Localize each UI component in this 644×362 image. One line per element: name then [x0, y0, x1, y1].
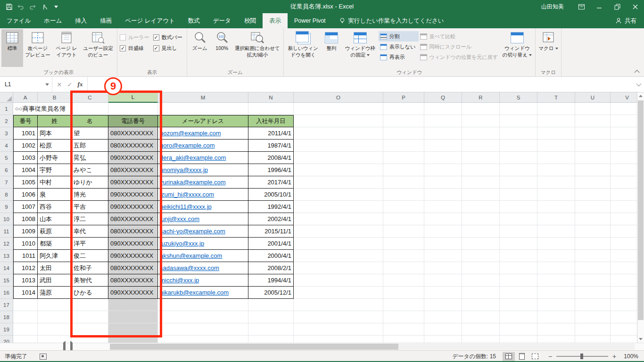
share-button[interactable]: 共有	[615, 13, 644, 28]
normal-view-shortcut[interactable]	[503, 352, 515, 361]
cell-U20[interactable]	[575, 336, 611, 343]
cell-C6[interactable]: みやこ	[72, 164, 108, 176]
column-header-A[interactable]: A	[13, 92, 38, 103]
cell-R9[interactable]	[462, 201, 500, 213]
email-link[interactable]: unomiya@xxxx.jp	[160, 166, 208, 173]
cell-A1[interactable]: ○○商事従業員名簿	[13, 103, 38, 115]
cell-O10[interactable]	[294, 213, 383, 225]
cell-S12[interactable]	[500, 238, 537, 250]
cell-Q17[interactable]	[424, 299, 462, 311]
cell-Q3[interactable]	[424, 127, 462, 140]
cell-Q13[interactable]	[424, 250, 462, 262]
row-header-5[interactable]: 5	[0, 152, 13, 164]
cell-N1[interactable]	[248, 103, 294, 115]
unhide-window-button[interactable]: 再表示	[379, 52, 419, 62]
vertical-scrollbar[interactable]	[637, 92, 644, 343]
page-layout-view-button[interactable]: ページ レイアウト	[52, 29, 81, 67]
cell-M19[interactable]	[158, 323, 248, 336]
cell-R1[interactable]	[462, 103, 500, 115]
cell-B18[interactable]	[38, 311, 72, 323]
name-box-caret-icon[interactable]	[45, 83, 49, 86]
cell-R15[interactable]	[462, 274, 500, 287]
cell-B7[interactable]: 中村	[38, 176, 72, 189]
cell-Q19[interactable]	[424, 323, 462, 336]
cell-C17[interactable]	[72, 299, 108, 311]
cell-S15[interactable]	[500, 274, 537, 287]
vertical-scroll-thumb[interactable]	[638, 100, 644, 320]
cell-U2[interactable]	[575, 115, 611, 127]
cell-R17[interactable]	[462, 299, 500, 311]
row-header-8[interactable]: 8	[0, 189, 13, 201]
cell-M7[interactable]: yurinaka@example.com	[158, 176, 248, 189]
cell-O7[interactable]	[294, 176, 383, 189]
email-link[interactable]: dera_aki@example.com	[160, 154, 226, 161]
cell-A2[interactable]: 番号	[13, 115, 38, 127]
cell-O9[interactable]	[294, 201, 383, 213]
column-header-S[interactable]: S	[500, 92, 537, 103]
redo-button[interactable]	[27, 1, 38, 12]
cell-Q18[interactable]	[424, 311, 462, 323]
select-all-corner[interactable]	[0, 92, 13, 103]
row-header-9[interactable]: 9	[0, 201, 13, 213]
cell-Q9[interactable]	[424, 201, 462, 213]
new-window-button[interactable]: 新しいウィンドウを開く	[285, 29, 321, 67]
cell-P11[interactable]	[383, 225, 424, 238]
cell-R8[interactable]	[462, 189, 500, 201]
cell-R13[interactable]	[462, 250, 500, 262]
restore-button[interactable]	[608, 0, 626, 13]
cell-C20[interactable]	[72, 336, 108, 343]
email-link[interactable]: junji@xxx.com	[160, 215, 199, 222]
cell-Q14[interactable]	[424, 262, 462, 274]
cell-O2[interactable]	[294, 115, 383, 127]
cell-T9[interactable]	[537, 201, 575, 213]
cell-Q11[interactable]	[424, 225, 462, 238]
tab-ホーム[interactable]: ホーム	[37, 13, 68, 28]
cell-T1[interactable]	[537, 103, 575, 115]
cell-S11[interactable]	[500, 225, 537, 238]
cell-B6[interactable]: 宇野	[38, 164, 72, 176]
cell-B3[interactable]: 岡本	[38, 127, 72, 140]
cell-U5[interactable]	[575, 152, 611, 164]
cell-A11[interactable]: 1009	[13, 225, 38, 238]
cell-P7[interactable]	[383, 176, 424, 189]
cell-A14[interactable]: 1012	[13, 262, 38, 274]
cell-U18[interactable]	[575, 311, 611, 323]
cell-L9[interactable]: 090XXXXXXXX	[108, 201, 158, 213]
cell-R3[interactable]	[462, 127, 500, 140]
cell-N8[interactable]: 2005/10/1	[248, 189, 294, 201]
cell-T11[interactable]	[537, 225, 575, 238]
touch-mode-icon[interactable]	[39, 1, 50, 12]
cell-A20[interactable]	[13, 336, 38, 343]
cell-L2[interactable]: 電話番号	[108, 115, 158, 127]
cell-C7[interactable]: ゆりか	[72, 176, 108, 189]
scroll-up-button[interactable]	[637, 92, 644, 99]
cell-R7[interactable]	[462, 176, 500, 189]
cell-T15[interactable]	[537, 274, 575, 287]
cell-T18[interactable]	[537, 311, 575, 323]
row-header-10[interactable]: 10	[0, 213, 13, 225]
cell-M14[interactable]: sadasawa@xxxx.com	[158, 262, 248, 274]
zoom-level[interactable]: 100%	[620, 353, 638, 360]
tab-ファイル[interactable]: ファイル	[0, 13, 37, 28]
cell-A10[interactable]: 1008	[13, 213, 38, 225]
macro-record-icon[interactable]	[40, 354, 47, 360]
ribbon-display-options-button[interactable]	[572, 0, 590, 13]
cell-N10[interactable]: 2002/4/1	[248, 213, 294, 225]
cell-R20[interactable]	[462, 336, 500, 343]
row-header-17[interactable]: 17	[0, 299, 13, 311]
cell-O3[interactable]	[294, 127, 383, 140]
cell-Q12[interactable]	[424, 238, 462, 250]
tab-描画[interactable]: 描画	[93, 13, 118, 28]
cell-Q15[interactable]	[424, 274, 462, 287]
headings-checkbox[interactable]: ✓ 見出し	[152, 43, 185, 54]
cell-Q8[interactable]	[424, 189, 462, 201]
tell-me-box[interactable]: 実行したい作業を入力してください	[339, 13, 444, 28]
email-link[interactable]: sachi-yo@example.com	[160, 228, 225, 235]
cell-L12[interactable]: 090XXXXXXXX	[108, 238, 158, 250]
insert-function-button[interactable]: fx	[75, 81, 85, 88]
cell-T6[interactable]	[537, 164, 575, 176]
row-header-19[interactable]: 19	[0, 323, 13, 336]
formula-bar-checkbox[interactable]: ✓ 数式バー	[152, 32, 185, 43]
cell-P20[interactable]	[383, 336, 424, 343]
cell-P1[interactable]	[383, 103, 424, 115]
